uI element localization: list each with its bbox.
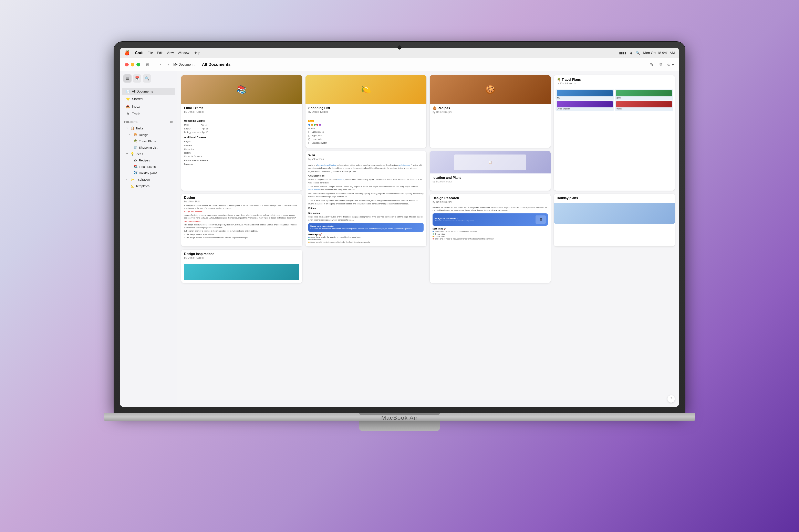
doc-card-design[interactable]: Design by Viktor Pali A design is a spec… xyxy=(181,194,302,246)
titlebar: ⊞ ‹ › My Documen... All Documents ✎ ⧉ ☺ … xyxy=(120,58,679,71)
final-exams-body: Final Exams by Daniel Korpai xyxy=(181,104,302,116)
italy-img xyxy=(557,90,613,96)
menubar-edit[interactable]: Edit xyxy=(157,51,163,55)
share-button[interactable]: ☺ ▾ xyxy=(667,61,674,68)
doc-card-travel-plans[interactable]: 🌴 Travel Plans by Daniel Korpai Italy Sp… xyxy=(554,75,675,191)
sidebar-starred-label: Starred xyxy=(132,97,143,101)
design-research-bg-card: Background customization Customize your … xyxy=(432,213,548,226)
forward-button[interactable]: › xyxy=(165,61,172,68)
design-chevron-icon: › xyxy=(129,133,132,136)
minimize-button[interactable] xyxy=(131,63,134,66)
shopping-content: Food Drinks Orange juice App xyxy=(305,116,426,148)
tasks-label: Tasks xyxy=(136,127,143,130)
doc-card-holiday[interactable]: Holiday plans xyxy=(554,194,675,246)
document-grid: 📚 Final Exams by Daniel Korpai Upcoming … xyxy=(177,71,679,407)
macbook-label: MacBook Air xyxy=(381,415,417,421)
sidebar-folder-tasks[interactable]: ▼ 📋 Tasks xyxy=(122,125,175,131)
magnifier-icon[interactable]: 🔍 xyxy=(636,51,640,55)
menubar-window[interactable]: Window xyxy=(178,51,189,55)
screen: 🍎 Craft File Edit View Window Help ▮▮▮▮ … xyxy=(120,48,679,407)
spain-img xyxy=(616,90,672,96)
doc-card-ideation[interactable]: 📋 Ideation and Plans by Daniel Korpai xyxy=(430,151,551,191)
macbook-stand xyxy=(359,421,440,431)
holiday-label: Holiday plans xyxy=(139,171,157,175)
menubar-view[interactable]: View xyxy=(167,51,173,55)
travel-title: 🌴 Travel Plans xyxy=(557,78,672,81)
ideation-image: 📋 xyxy=(430,151,551,173)
exams-label: Final Exams xyxy=(139,165,156,168)
holiday-body: Holiday plans xyxy=(554,194,675,203)
macbook-bottom: MacBook Air xyxy=(104,413,695,421)
ideas-chevron-icon: ▼ xyxy=(126,152,129,155)
sidebar: ☰ 📅 🔍 📄 All Documents ⭐ Starred 📥 xyxy=(120,71,177,407)
design-research-content: Based on the most recent interactions wi… xyxy=(430,206,551,243)
folders-title: Folders xyxy=(124,120,138,124)
calendar-view-button[interactable]: 📅 xyxy=(133,74,141,82)
sidebar-folder-recipes[interactable]: 🍽 Recipes xyxy=(125,157,175,163)
inspiration-chevron-icon: › xyxy=(126,178,129,181)
maximize-button[interactable] xyxy=(136,63,140,66)
sidebar-item-trash[interactable]: 🗑 Trash xyxy=(122,111,175,117)
folders-section-header: Folders ⊕ xyxy=(120,118,177,125)
travel-icon: 🌴 xyxy=(134,139,138,143)
sidebar-folder-holiday[interactable]: ✈️ Holiday plans xyxy=(125,170,175,176)
sidebar-item-starred[interactable]: ⭐ Starred xyxy=(122,95,175,102)
doc-card-design-research[interactable]: Design Research by Daniel Korpai Based o… xyxy=(430,194,551,283)
holiday-image xyxy=(554,203,675,224)
travel-item-uk: United Kingdom xyxy=(556,100,614,111)
design-research-title: Design Research xyxy=(432,196,548,200)
final-exams-image: 📚 xyxy=(181,75,302,104)
sidebar-folder-travel-plans[interactable]: 🌴 Travel Plans xyxy=(125,138,175,144)
titlebar-app-title: My Documen... xyxy=(173,63,196,66)
apple-icon[interactable]: 🍎 xyxy=(124,50,130,56)
copy-button[interactable]: ⧉ xyxy=(657,61,665,68)
wiki-body: Wiki by Viktor Pali xyxy=(305,151,426,164)
travel-item-spain: Spain xyxy=(615,90,673,100)
design-text: A design is a specification for the cons… xyxy=(184,204,299,239)
doc-card-recipes[interactable]: 🍪 🍪 Recipes by Daniel Korpai xyxy=(430,75,551,148)
macbook-outer: 🍎 Craft File Edit View Window Help ▮▮▮▮ … xyxy=(114,42,685,490)
sidebar-folder-inspiration[interactable]: › ✨ Inspiration xyxy=(122,176,175,183)
design-icon: 🎨 xyxy=(134,133,138,137)
shopping-author: by Daniel Korpai xyxy=(308,110,424,113)
doc-card-inspirations[interactable]: Design inspirations by Daniel Korpai xyxy=(181,250,302,283)
travel-body: 🌴 Travel Plans by Daniel Korpai xyxy=(554,75,675,88)
ideation-author: by Daniel Korpai xyxy=(432,180,548,183)
menubar-app-name: Craft xyxy=(135,51,144,55)
wiki-author: by Viktor Pali xyxy=(308,157,424,160)
design-research-author: by Daniel Korpai xyxy=(432,201,548,204)
wiki-next-steps: Next steps 🚀 Share these results the tea… xyxy=(308,233,424,243)
holiday-icon: ✈️ xyxy=(134,171,138,175)
sidebar-folder-final-exams[interactable]: 📚 Final Exams xyxy=(125,164,175,170)
sidebar-folder-design[interactable]: › 🎨 Design xyxy=(125,132,175,138)
edit-button[interactable]: ✎ xyxy=(648,61,655,68)
list-view-button[interactable]: ☰ xyxy=(123,74,132,82)
search-button[interactable]: 🔍 xyxy=(143,74,151,82)
menubar-time: Mon Oct 18 9:41 AM xyxy=(643,51,675,55)
screen-bezel: 🍎 Craft File Edit View Window Help ▮▮▮▮ … xyxy=(114,42,685,413)
sidebar-folder-shopping[interactable]: 🛒 Shopping List xyxy=(125,144,175,150)
recipes-image: 🍪 xyxy=(430,75,551,104)
add-folder-button[interactable]: ⊕ xyxy=(170,120,173,124)
menubar-help[interactable]: Help xyxy=(193,51,200,55)
doc-card-shopping-list[interactable]: 🍋 Shopping List by Daniel Korpai Food xyxy=(305,75,426,148)
inspirations-title: Design inspirations xyxy=(184,252,299,256)
recipes-icon: 🍽 xyxy=(134,158,138,162)
sidebar-folder-templates[interactable]: 📐 Templates xyxy=(122,183,175,189)
shopping-image: 🍋 xyxy=(305,75,426,104)
sidebar-item-inbox[interactable]: 📥 Inbox xyxy=(122,103,175,110)
sidebar-folder-ideas[interactable]: ▼ 💡 Ideas xyxy=(122,151,175,157)
doc-card-final-exams[interactable]: 📚 Final Exams by Daniel Korpai Upcoming … xyxy=(181,75,302,191)
close-button[interactable] xyxy=(125,63,129,66)
all-docs-icon: 📄 xyxy=(126,90,130,93)
design-research-next-steps: Next steps 🚀 Share these results the tea… xyxy=(432,228,548,240)
doc-card-wiki[interactable]: Wiki by Viktor Pali A wiki is a knowledg… xyxy=(305,151,426,246)
templates-icon: 📐 xyxy=(130,184,134,188)
sidebar-toggle-button[interactable]: ⊞ xyxy=(144,61,151,68)
menubar-file[interactable]: File xyxy=(148,51,153,55)
sidebar-item-all-documents[interactable]: 📄 All Documents xyxy=(122,88,175,95)
back-button[interactable]: ‹ xyxy=(157,61,164,68)
titlebar-actions: ✎ ⧉ ☺ ▾ xyxy=(648,61,674,68)
inspiration-icon: ✨ xyxy=(130,177,134,181)
help-button[interactable]: ? xyxy=(667,395,675,403)
